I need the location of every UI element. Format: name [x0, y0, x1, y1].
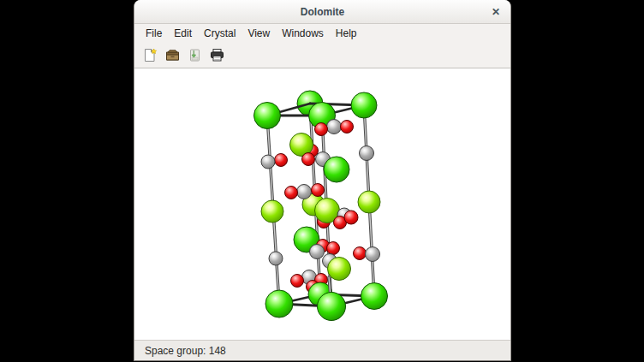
structure-canvas[interactable]: [134, 68, 510, 340]
menu-file[interactable]: File: [140, 25, 168, 42]
close-icon[interactable]: ✕: [492, 0, 500, 23]
space-group-label: Space group: 148: [145, 345, 226, 357]
atom-mg: [328, 258, 351, 281]
atom-c: [269, 252, 283, 265]
atom-c: [297, 185, 312, 199]
atom-o: [312, 184, 325, 197]
atom-mg: [358, 191, 380, 213]
crystal-structure: [134, 68, 510, 340]
atom-o: [315, 123, 328, 136]
atom-o: [354, 247, 367, 260]
print-icon[interactable]: [209, 48, 224, 63]
atom-o: [302, 153, 315, 166]
toolbar: [134, 43, 510, 68]
atom-o: [327, 242, 340, 255]
atom-c: [366, 247, 380, 262]
atom-ca: [351, 92, 377, 118]
import-icon[interactable]: [187, 48, 202, 63]
menu-windows[interactable]: Windows: [276, 25, 330, 42]
atom-o: [285, 187, 298, 199]
atom-ca: [318, 293, 346, 321]
atom-ca: [265, 290, 293, 317]
atom-c: [327, 120, 342, 134]
open-file-icon[interactable]: [164, 48, 180, 63]
titlebar[interactable]: Dolomite ✕: [134, 0, 510, 24]
menu-view[interactable]: View: [242, 25, 276, 42]
window-title: Dolomite: [301, 6, 344, 18]
menu-edit[interactable]: Edit: [168, 25, 198, 42]
menu-help[interactable]: Help: [330, 25, 363, 42]
app-window: Dolomite ✕ File Edit Crystal View Window…: [134, 0, 511, 361]
atom-c: [310, 245, 325, 259]
atom-o: [344, 211, 358, 224]
statusbar: Space group: 148: [134, 340, 510, 360]
atom-ca: [361, 283, 388, 310]
atom-ca: [324, 157, 349, 182]
atom-o: [291, 275, 304, 288]
new-file-icon[interactable]: [142, 48, 158, 63]
atom-o: [341, 121, 354, 134]
atom-mg: [261, 200, 283, 223]
atom-c: [261, 155, 275, 169]
menubar: File Edit Crystal View Windows Help: [134, 24, 510, 43]
atom-ca: [254, 103, 281, 129]
atom-o: [275, 154, 288, 167]
atom-c: [360, 146, 374, 161]
menu-crystal[interactable]: Crystal: [198, 25, 242, 42]
